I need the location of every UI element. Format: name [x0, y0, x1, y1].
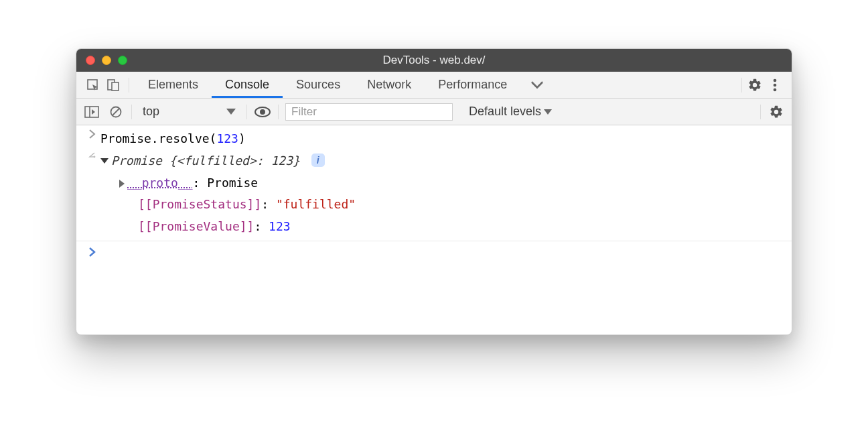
brace: } — [293, 154, 300, 168]
proto-row[interactable]: __proto__: Promise — [100, 174, 784, 193]
divider — [760, 105, 761, 119]
settings-icon[interactable] — [745, 75, 765, 95]
levels-label: Default levels — [469, 105, 541, 119]
maximize-window-button[interactable] — [118, 56, 127, 65]
minimize-window-button[interactable] — [102, 56, 111, 65]
brace: { — [169, 154, 177, 168]
console-output[interactable]: Promise.resolve(123) Promise {<fulfilled… — [76, 125, 792, 334]
svg-point-4 — [774, 83, 777, 86]
device-toolbar-icon[interactable] — [103, 75, 123, 95]
console-settings-icon[interactable] — [768, 103, 785, 121]
number-literal: 123 — [269, 219, 291, 233]
tabs-overflow-icon[interactable] — [527, 75, 547, 95]
prompt-chevron-icon — [84, 247, 100, 257]
svg-point-5 — [774, 88, 777, 91]
divider — [278, 105, 279, 119]
svg-point-3 — [774, 78, 777, 82]
colon: : — [257, 154, 271, 168]
tab-label: Elements — [148, 78, 198, 92]
internal-property-key: [[PromiseStatus]] — [138, 197, 261, 211]
execution-context-selector[interactable]: top — [139, 105, 240, 119]
clear-console-icon[interactable] — [107, 103, 125, 121]
svg-rect-2 — [112, 82, 119, 90]
console-toolbar: top Default levels — [76, 99, 792, 125]
proto-key: __proto__ — [127, 176, 193, 190]
toggle-console-sidebar-icon[interactable] — [83, 103, 100, 121]
return-arrow-icon — [84, 151, 100, 161]
more-menu-icon[interactable] — [765, 75, 785, 95]
devtools-tabstrip: Elements Console Sources Network Perform… — [76, 72, 792, 99]
promise-value-row[interactable]: [[PromiseValue]]: 123 — [100, 217, 784, 237]
tab-label: Sources — [296, 78, 340, 92]
tab-label: Console — [225, 78, 269, 92]
code-text: Promise.resolve( — [100, 131, 216, 145]
element-picker-icon[interactable] — [83, 75, 103, 95]
input-expression[interactable]: Promise.resolve(123) — [100, 129, 784, 149]
disclosure-closed-icon[interactable] — [119, 176, 127, 190]
close-window-button[interactable] — [86, 56, 95, 65]
code-text: ) — [238, 131, 246, 145]
console-prompt-row[interactable] — [76, 245, 792, 259]
tab-network[interactable]: Network — [354, 72, 425, 98]
svg-point-11 — [260, 109, 265, 115]
tab-sources[interactable]: Sources — [283, 72, 354, 98]
tab-label: Network — [367, 78, 411, 92]
filter-input[interactable] — [285, 103, 453, 121]
tab-label: Performance — [438, 78, 507, 92]
live-expression-icon[interactable] — [254, 103, 271, 121]
internal-property-key: [[PromiseValue]] — [138, 219, 254, 233]
traffic-lights — [76, 56, 127, 65]
context-label: top — [143, 105, 159, 119]
devtools-window: DevTools - web.dev/ Elements Console Sou… — [76, 48, 792, 335]
tab-console[interactable]: Console — [212, 72, 283, 98]
result-property-row: __proto__: Promise — [76, 172, 792, 194]
object-name: Promise — [111, 154, 169, 168]
divider — [741, 78, 742, 93]
tab-performance[interactable]: Performance — [425, 72, 520, 98]
svg-point-12 — [94, 156, 96, 158]
disclosure-open-icon[interactable] — [100, 154, 111, 168]
svg-line-9 — [113, 109, 119, 115]
number-literal: 123 — [216, 131, 238, 145]
promise-status-row[interactable]: [[PromiseStatus]]: "fulfilled" — [100, 195, 784, 214]
colon: : — [254, 219, 269, 233]
result-property-row: [[PromiseValue]]: 123 — [76, 216, 792, 238]
info-badge-icon[interactable]: i — [311, 154, 325, 167]
divider — [131, 105, 132, 119]
status-label: <fulfilled> — [177, 154, 257, 168]
log-levels-selector[interactable]: Default levels — [465, 105, 556, 119]
divider — [129, 78, 129, 93]
window-title: DevTools - web.dev/ — [76, 54, 792, 67]
separator — [76, 241, 792, 241]
result-summary[interactable]: Promise {<fulfilled>: 123} i — [100, 151, 784, 171]
titlebar: DevTools - web.dev/ — [76, 49, 792, 72]
divider — [246, 105, 247, 119]
colon: : — [193, 176, 208, 190]
proto-value: Promise — [207, 176, 258, 190]
input-chevron-icon — [84, 129, 100, 139]
tab-elements[interactable]: Elements — [135, 72, 212, 98]
console-input-echo-row: Promise.resolve(123) — [76, 128, 792, 150]
value: 123 — [271, 154, 293, 168]
chevron-down-icon — [544, 109, 552, 115]
colon: : — [261, 197, 276, 211]
string-literal: "fulfilled" — [276, 197, 356, 211]
console-result-row: Promise {<fulfilled>: 123} i — [76, 150, 792, 172]
result-property-row: [[PromiseStatus]]: "fulfilled" — [76, 194, 792, 216]
chevron-down-icon — [226, 109, 236, 115]
